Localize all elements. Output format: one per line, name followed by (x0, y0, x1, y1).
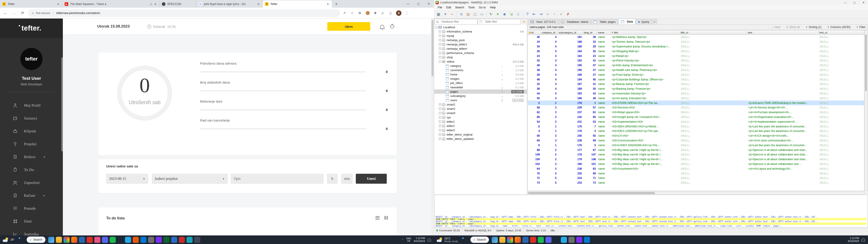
cell-text_rs[interactable]: (NULL) (818, 96, 862, 100)
cell-subcategory_id[interactable]: 237 (558, 110, 583, 115)
cell-lang_id[interactable]: 47 (583, 63, 597, 68)
tree-item-smart3[interactable]: +smart3 (434, 111, 527, 115)
sidebar-item-moj-profil[interactable]: Moj Profil (0, 99, 63, 112)
cell-id[interactable]: 64 (528, 166, 541, 171)
favorites-star-icon[interactable]: ★ (521, 19, 527, 24)
taskbar-app-icon-10[interactable] (561, 237, 567, 243)
cell-title_rs[interactable]: (NULL) (680, 39, 747, 44)
taskbar-app-icon-13[interactable] (584, 237, 590, 243)
cell-title[interactable]: <h3>CX</h3> (611, 133, 680, 138)
cell-subcategory_id[interactable]: 176 (558, 129, 583, 133)
delete-row-icon[interactable]: − (551, 11, 558, 18)
cell-lang_id[interactable]: 148 (583, 157, 597, 162)
menu-help[interactable]: Help (488, 5, 498, 9)
cell-lang_id[interactable]: 25 (583, 49, 597, 54)
cell-text_rs[interactable]: (NULL) (818, 138, 862, 143)
cell-title_rs[interactable]: (NULL) (680, 119, 747, 124)
cell-title[interactable]: <p>Automotive Industry</p> (611, 91, 680, 96)
cell-text[interactable] (747, 49, 818, 54)
cell-title[interactable]: <h3>Big Ideas can<br />light up the<br /… (611, 148, 680, 152)
column-header-id[interactable]: id (528, 30, 541, 35)
cell-id[interactable]: 24 (528, 54, 541, 58)
table-row[interactable]: 64323663name<h3>Assortment</h3>(NULL)<ul… (528, 166, 864, 171)
cell-text[interactable]: <p>Speccon is all about collaboration an… (747, 152, 818, 157)
cell-name[interactable]: name (597, 119, 611, 124)
expand-icon[interactable]: + (439, 133, 441, 136)
cell-text[interactable]: <p>Last few years the awareness of consu… (747, 129, 818, 133)
taskbar-app-icon-9[interactable] (110, 237, 116, 243)
table-row[interactable]: 68217767name<h3>Big Ideas can<br />light… (528, 148, 864, 152)
cell-lang_id[interactable]: 67 (583, 148, 597, 152)
cell-title_rs[interactable]: (NULL) (680, 152, 747, 157)
expand-icon[interactable]: + (439, 125, 441, 127)
cell-text_rs[interactable]: (NULL) (818, 58, 862, 63)
cell-subcategory_id[interactable]: 195 (558, 63, 583, 68)
cell-lang_id[interactable]: 45 (583, 77, 597, 82)
cancel-edit-icon[interactable]: ✗ (565, 11, 571, 18)
cell-subcategory_id[interactable]: 185 (558, 72, 583, 77)
sidebar-item-zaposleni[interactable]: Zaposleni (0, 176, 63, 189)
page-scrollbar[interactable] (431, 19, 434, 236)
hidden-icons-chevron[interactable]: ⌃ (401, 238, 403, 241)
cell-category_id[interactable]: 1 (541, 124, 558, 129)
cell-id[interactable]: 2 (528, 100, 541, 105)
cell-id[interactable]: 34 (528, 39, 541, 44)
weather-widget[interactable]: 26°C Mostly cloudy (434, 237, 461, 243)
taskbar-app-icon-3[interactable] (507, 237, 513, 243)
table-row[interactable]: 32418731name<p>Beauty &amp; Fashion</p>(… (528, 82, 864, 87)
cell-text[interactable]: <ul><li>Layout and technology</li>... (747, 166, 818, 171)
cell-lang_id[interactable]: 69 (583, 171, 597, 176)
description-input[interactable]: Opis (231, 174, 323, 184)
cell-text_rs[interactable]: (NULL) (818, 54, 862, 58)
cell-name[interactable]: name (597, 49, 611, 54)
submit-button[interactable]: Unesi (356, 174, 387, 184)
cell-id[interactable]: 66 (528, 115, 541, 120)
table-row[interactable]: 58323957name<h3>Services</h3>(NULL)<ul><… (528, 105, 864, 110)
expand-icon[interactable]: + (439, 108, 441, 110)
cell-lang_id[interactable]: 57 (583, 105, 597, 110)
export-grid-icon[interactable]: ⇲ (508, 11, 515, 18)
refresh-icon[interactable]: ↻ (488, 11, 494, 18)
profile-avatar[interactable]: A (396, 10, 401, 16)
browser-tab-3[interactable]: SPECCON (160, 0, 196, 8)
table-row[interactable]: 66324265name<h3>Insight &amp;<br />resea… (528, 115, 864, 120)
page-scrollbar-thumb[interactable] (432, 20, 434, 77)
cell-lang_id[interactable]: 53 (583, 119, 597, 124)
cell-text[interactable] (747, 44, 818, 49)
cell-name[interactable]: name (597, 157, 611, 162)
cell-text_rs[interactable]: (NULL) (818, 148, 862, 152)
cell-text[interactable] (747, 54, 818, 58)
cell-title[interactable]: <h3>Insight &amp;<br />research</h3>... (611, 115, 680, 120)
cell-title_rs[interactable]: (NULL) (680, 176, 747, 181)
cookie-extension-icon[interactable] (365, 11, 370, 16)
taskbar-app-icon-20[interactable] (194, 237, 200, 243)
tree-item-tefter1[interactable]: +tefter1 (434, 120, 527, 124)
cell-name[interactable]: name (597, 166, 611, 171)
cell-id[interactable]: 58 (528, 105, 541, 110)
copy-icon[interactable]: ⧉ (458, 11, 465, 18)
cell-title[interactable]: <h3>IDEA LONDON</h3><p>The spir... (611, 129, 680, 133)
cell-category_id[interactable]: 3 (541, 115, 558, 120)
cell-title_rs[interactable]: (NULL) (680, 124, 747, 129)
cell-text_rs[interactable]: (NULL) (818, 115, 862, 120)
cell-subcategory_id[interactable]: 190 (558, 68, 583, 72)
taskbar-app-icon-6[interactable] (530, 237, 536, 243)
cell-text_rs[interactable]: (NULL) (818, 157, 862, 162)
cell-text[interactable]: <ul><li>In store communication</li>... (747, 138, 818, 143)
cell-subcategory_id[interactable]: 240 (558, 133, 583, 138)
cell-text_rs[interactable]: (NULL) (818, 72, 862, 77)
column-header-name[interactable]: name (597, 30, 611, 35)
cell-category_id[interactable]: 4 (541, 91, 558, 96)
browser-tab-2[interactable]: ▶The Main Squeeze - "Have a♪)✕ (62, 0, 160, 8)
new-tab-button[interactable]: + (333, 1, 340, 7)
taskbar-app-icon-10[interactable] (117, 237, 123, 243)
column-header-lang_id[interactable]: lang_id (583, 30, 597, 35)
cell-subcategory_id[interactable]: 184 (558, 49, 583, 54)
cell-text[interactable] (747, 176, 818, 181)
cell-title[interactable]: <p>Petrol Industry</p> (611, 58, 680, 63)
cell-title_rs[interactable]: (NULL) (680, 82, 747, 87)
minimize-button[interactable]: — (841, 0, 850, 5)
notifications-bell-icon[interactable] (380, 25, 384, 28)
minutes-input[interactable]: min (341, 174, 352, 184)
table-row[interactable]: 48419547name<p>Kids &amp; Entertainment<… (528, 63, 864, 68)
